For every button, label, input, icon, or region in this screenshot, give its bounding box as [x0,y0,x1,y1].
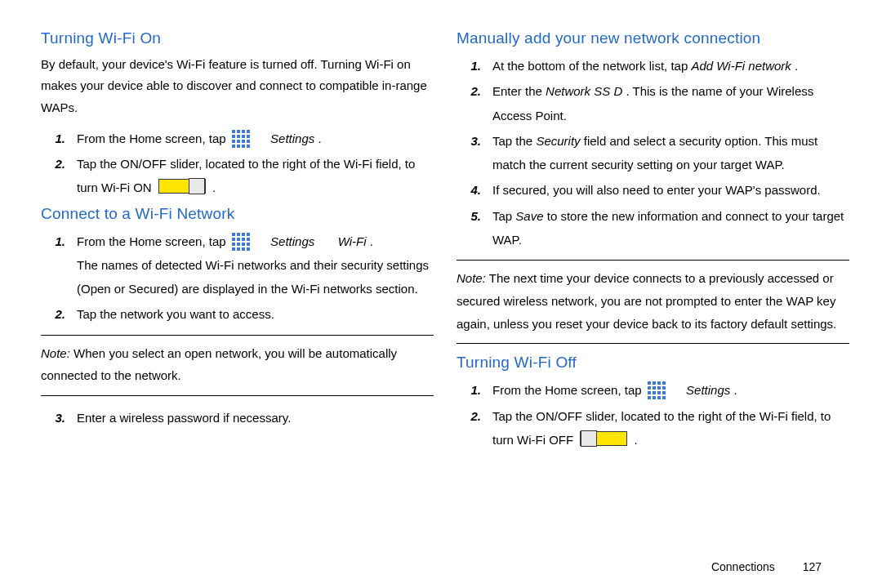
step: 2. Tap the network you want to access. [41,302,434,326]
step-number: 3. [41,406,77,430]
note-body: When you select an open network, you wil… [41,346,397,383]
heading-wifi-on: Turning Wi-Fi On [41,29,434,47]
apps-grid-icon [231,232,251,252]
heading-manual-add: Manually add your new network connection [457,29,849,47]
toggle-off-icon [580,431,627,446]
heading-wifi-off: Turning Wi-Fi Off [457,354,849,372]
svg-rect-1 [237,130,240,133]
svg-rect-29 [237,247,240,251]
svg-rect-46 [657,396,661,399]
step-text: Tap the Security field and select a secu… [492,129,849,177]
step-text: Tap the network you want to access. [77,302,434,326]
svg-rect-23 [247,238,250,241]
footer-page-number: 127 [803,560,822,573]
step-number: 2. [41,302,77,326]
text: From the Home screen, tap [77,234,229,248]
svg-rect-8 [232,140,235,143]
svg-rect-14 [242,145,245,148]
two-column-layout: Turning Wi-Fi On By default, your device… [41,24,849,557]
text: Tap the [492,134,536,148]
svg-rect-34 [657,381,661,385]
svg-rect-0 [232,130,235,133]
svg-rect-45 [653,396,656,399]
left-column: Turning Wi-Fi On By default, your device… [41,24,434,557]
step: 5. Tap Save to store the new information… [457,204,849,252]
svg-rect-15 [247,145,250,148]
page-footer: Connections 127 [41,557,849,580]
svg-rect-39 [662,386,666,390]
text: . [212,180,216,194]
step-text: Enter a wireless password if necessary. [77,406,434,430]
step-text: From the Home screen, tap [492,378,849,402]
wifi-on-steps: 1. From the Home screen, tap [41,127,434,200]
wifi-off-steps: 1. From the Home screen, tap [457,378,849,452]
security-label: Security [536,134,580,148]
text: Tap [492,209,515,223]
svg-rect-4 [232,135,235,138]
svg-rect-28 [232,247,235,251]
text: At the bottom of the network list, tap [492,59,691,73]
svg-rect-12 [232,145,235,148]
apps-grid-icon [647,381,666,400]
text: Enter the [492,84,546,98]
note-open-network: Note: When you select an open network, y… [41,335,434,397]
wifi-on-intro: By default, your device's Wi-Fi feature … [41,54,434,118]
note-body: The next time your device connects to a … [457,271,836,331]
text: From the Home screen, tap [77,131,229,145]
step-number: 4. [457,178,492,202]
svg-rect-18 [242,233,245,236]
settings-label: Settings [270,131,314,145]
svg-rect-9 [237,140,240,143]
svg-rect-43 [662,391,666,394]
step-number: 1. [41,229,77,253]
svg-rect-40 [648,391,651,394]
text: to store the new information and connect… [492,209,844,247]
svg-rect-35 [662,381,666,385]
svg-rect-13 [237,145,240,148]
svg-rect-38 [657,386,661,390]
svg-rect-7 [247,135,250,138]
ssid-label: Network SS D [546,84,622,98]
step-text: Tap the ON/OFF slider, located to the ri… [492,404,849,452]
right-column: Manually add your new network connection… [457,24,849,557]
svg-rect-19 [247,233,250,236]
connect-steps-cont: 3. Enter a wireless password if necessar… [41,406,434,430]
svg-rect-11 [247,140,250,143]
svg-rect-31 [247,247,250,251]
svg-rect-36 [648,386,651,390]
step: 1. From the Home screen, tap [41,229,434,301]
svg-rect-41 [653,391,656,394]
svg-rect-5 [237,135,240,138]
step-number: 1. [457,54,492,78]
add-wifi-label: Add Wi-Fi network [691,59,791,73]
step-text: Enter the Network SS D . This is the nam… [492,79,849,127]
note-reconnect: Note: The next time your device connects… [457,260,849,344]
svg-rect-2 [242,130,245,133]
step-text: From the Home screen, tap [77,229,434,301]
manual-steps: 1. At the bottom of the network list, ta… [457,54,849,252]
svg-rect-32 [648,381,651,385]
step: 1. From the Home screen, tap [41,127,434,150]
svg-rect-3 [247,130,250,133]
svg-rect-21 [237,238,240,241]
svg-rect-20 [232,238,235,241]
step-number: 2. [457,79,492,103]
apps-grid-icon [231,129,251,149]
step: 4. If secured, you will also need to ent… [457,178,849,202]
text: . [795,59,798,73]
heading-connect: Connect to a Wi-Fi Network [41,205,434,223]
text: . [635,433,638,447]
step: 1. At the bottom of the network list, ta… [457,54,849,78]
toggle-on-icon [158,179,206,194]
text: Tap the ON/OFF slider, located to the ri… [77,157,415,194]
step-number: 5. [457,204,492,228]
svg-rect-6 [242,135,245,138]
step: 1. From the Home screen, tap [457,378,849,402]
svg-rect-17 [237,233,240,236]
svg-rect-26 [242,243,245,246]
svg-rect-30 [242,247,245,251]
svg-rect-25 [237,243,240,246]
text: From the Home screen, tap [492,383,645,397]
step: 2. Tap the ON/OFF slider, located to the… [41,152,434,200]
note-lead: Note: [457,271,486,285]
